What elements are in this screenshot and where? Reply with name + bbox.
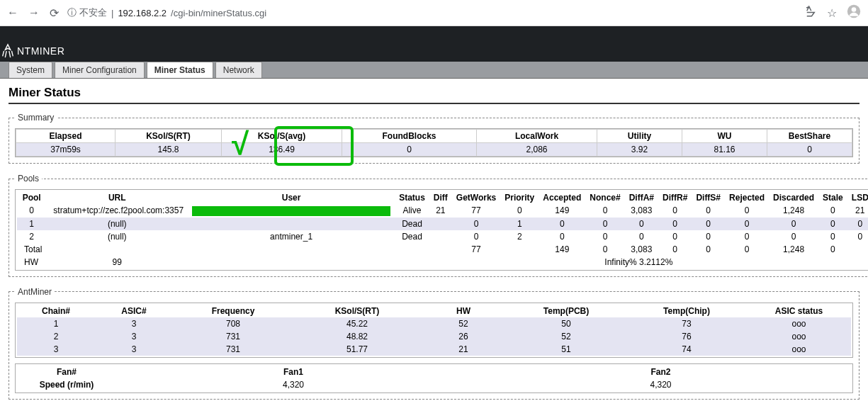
col-utility: Utility (597, 130, 682, 143)
cell: Alive (395, 204, 429, 218)
cell: 3 (17, 343, 95, 356)
col-fan2: Fan2 (470, 366, 851, 378)
cell: 0 (625, 230, 658, 243)
cell: 1,248 (769, 204, 818, 218)
insecure-label: 不安全 (79, 6, 107, 19)
tab-system[interactable]: System (9, 62, 52, 78)
cell: Dead (395, 218, 429, 230)
back-icon[interactable]: ← (7, 6, 18, 20)
app-header: NTMINER (0, 26, 868, 62)
address-bar[interactable]: ⓘ 不安全 | 192.168.2.2/cgi-bin/minerStatus.… (67, 6, 796, 19)
cell: 26 (421, 330, 506, 343)
cell: 0 (658, 243, 692, 256)
pool-row-hw: HW 99 Infinity% 3.2112% (17, 256, 868, 269)
cell: 0 (585, 204, 624, 218)
cell: (null) (46, 218, 188, 230)
tab-miner-configuration[interactable]: Miner Configuration (55, 62, 145, 78)
col-bestshare: BestShare (767, 130, 852, 143)
cell: 0 (818, 243, 847, 256)
cell: 2 (500, 230, 539, 243)
pools-fieldset: Pools Pool URL User Status Diff GetWorks… (9, 174, 868, 277)
cell: 45.22 (293, 317, 421, 330)
col-freq: Frequency (173, 305, 293, 317)
info-icon: ⓘ (67, 6, 77, 19)
profile-icon[interactable] (847, 4, 861, 21)
cell: stratum+tcp://zec.f2pool.com:3357 (46, 204, 188, 218)
antminer-icon (0, 43, 16, 59)
val-ksolrt: 145.8 (115, 143, 222, 157)
pools-legend: Pools (15, 174, 42, 183)
pool-row-2: 2 (null) antminer_1 Dead 0 2 0 0 0 0 0 0… (17, 230, 868, 243)
translate-icon[interactable] (804, 5, 817, 21)
forward-icon[interactable]: → (28, 6, 40, 20)
val-foundblocks: 0 (342, 143, 477, 157)
cell: 3,083 (625, 243, 658, 256)
cell: 52 (421, 317, 506, 330)
tab-network[interactable]: Network (215, 62, 262, 78)
cell: 731 (173, 330, 293, 343)
cell: 77 (452, 243, 500, 256)
col-tchip: Temp(Chip) (626, 305, 747, 317)
summary-table: Elapsed KSol/S(RT) KSol/S(avg) FoundBloc… (16, 129, 852, 157)
val-ksolavg: 136.49 (222, 143, 342, 157)
total-label: Total (17, 243, 46, 256)
cell: 21 (421, 343, 506, 356)
cell: 0 (692, 204, 725, 218)
speed-label: Speed (r/min) (17, 378, 116, 391)
cell: 51.77 (293, 343, 421, 356)
reload-icon[interactable]: ⟳ (50, 6, 59, 20)
col-stale: Stale (818, 191, 847, 204)
cell: antminer_1 (188, 230, 395, 243)
summary-fieldset: Summary √ Elapsed KSol/S(RT) KSol/S(avg)… (9, 113, 859, 164)
cell (429, 230, 452, 243)
cell: ooo (747, 343, 851, 356)
cell: 74 (626, 343, 747, 356)
insecure-badge: ⓘ 不安全 (67, 6, 107, 19)
cell: 52 (506, 330, 626, 343)
val-wu: 81.16 (682, 143, 767, 157)
cell: 0 (452, 230, 500, 243)
hw-value: 99 (46, 256, 188, 269)
col-wu: WU (682, 130, 767, 143)
pools-table: Pool URL User Status Diff GetWorks Prior… (17, 191, 868, 269)
col-localwork: LocalWork (477, 130, 597, 143)
cell: 149 (539, 243, 585, 256)
col-hw: HW (421, 305, 506, 317)
val-elapsed: 37m59s (16, 143, 115, 157)
user-redacted-bar (188, 204, 395, 218)
cell: 0 (539, 218, 585, 230)
star-icon[interactable]: ☆ (827, 6, 837, 20)
cell: 0 (539, 230, 585, 243)
val-utility: 3.92 (597, 143, 682, 157)
fan2-speed: 4,320 (470, 378, 851, 391)
cell: (null) (46, 230, 188, 243)
col-tpcb: Temp(PCB) (506, 305, 626, 317)
cell: 0 (658, 230, 692, 243)
title-underline (9, 103, 859, 104)
cell: 21 (847, 204, 868, 218)
content-area: Miner Status Summary √ Elapsed KSol/S(RT… (0, 79, 868, 401)
cell: 0 (658, 204, 692, 218)
browser-toolbar: ← → ⟳ ⓘ 不安全 | 192.168.2.2/cgi-bin/minerS… (0, 0, 868, 26)
col-pool: Pool (17, 191, 46, 204)
cell: 50 (506, 317, 626, 330)
cell: 0 (818, 230, 847, 243)
cell: 3 (95, 343, 173, 356)
tab-miner-status[interactable]: Miner Status (147, 62, 213, 78)
col-discarded: Discarded (769, 191, 818, 204)
logo-text: NTMINER (17, 45, 64, 57)
cell: 3 (95, 330, 173, 343)
col-lsd: LSD (847, 191, 868, 204)
col-asic: ASIC# (95, 305, 173, 317)
hw-label: HW (17, 256, 46, 269)
cell: 1 (17, 218, 46, 230)
cell: 2 (17, 330, 95, 343)
pool-row-0: 0 stratum+tcp://zec.f2pool.com:3357 Aliv… (17, 204, 868, 218)
cell: ooo (747, 317, 851, 330)
col-diff: Diff (429, 191, 452, 204)
cell: 0 (725, 243, 769, 256)
cell: 48.82 (293, 330, 421, 343)
cell: 0 (17, 204, 46, 218)
col-diffr: DiffR# (658, 191, 692, 204)
cell: 21 (429, 204, 452, 218)
